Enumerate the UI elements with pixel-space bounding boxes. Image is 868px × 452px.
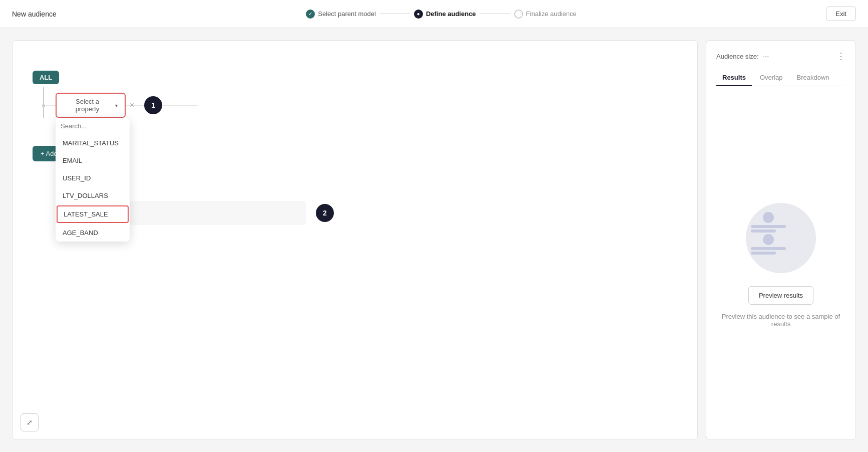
exit-button[interactable]: Exit	[826, 7, 856, 21]
dropdown-item-user-id[interactable]: USER_ID	[56, 169, 130, 187]
person-lines-1	[751, 225, 786, 233]
chevron-down-icon: ▾	[115, 103, 118, 108]
dropdown-item-marital-status[interactable]: MARITAL_STATUS	[56, 134, 130, 152]
select-property-button[interactable]: Select a property ▾	[56, 93, 126, 118]
dropdown-item-age-band[interactable]: AGE_BAND	[56, 224, 130, 242]
top-nav: New audience ✓ Select parent model ● Def…	[0, 0, 868, 28]
property-search-input[interactable]	[56, 118, 130, 134]
person-line-1b	[751, 230, 776, 233]
step-badge-2: 2	[316, 204, 334, 222]
step-badge-1: 1	[144, 96, 162, 114]
tab-overlap[interactable]: Overlap	[754, 70, 789, 86]
step-finalize: Finalize audience	[514, 10, 577, 19]
audience-size-label: Audience size: ---	[716, 53, 769, 60]
person-head-2	[763, 234, 774, 245]
step-define: ● Define audience	[414, 10, 476, 19]
expand-button[interactable]: ⤢	[21, 413, 39, 431]
results-tabs: Results Overlap Breakdown	[716, 70, 845, 86]
canvas-panel: ALL Select a property ▾ × 1	[12, 40, 698, 440]
tab-results[interactable]: Results	[716, 70, 752, 86]
dropdown-item-ltv-dollars[interactable]: LTV_DOLLARS	[56, 187, 130, 204]
tab-breakdown[interactable]: Breakdown	[791, 70, 835, 86]
stepper: ✓ Select parent model ● Define audience …	[306, 10, 577, 19]
preview-results-button[interactable]: Preview results	[748, 286, 813, 305]
person-head-1	[763, 212, 774, 223]
step-check-icon: ✓	[306, 10, 315, 19]
step-filled-icon: ●	[414, 10, 423, 19]
canvas-area: ALL Select a property ▾ × 1	[13, 41, 697, 439]
property-dropdown: MARITAL_STATUS EMAIL USER_ID LTV_DOLLARS…	[56, 118, 130, 242]
filter-row-1: Select a property ▾ × 1	[56, 93, 162, 118]
dropdown-item-latest-sale[interactable]: LATEST_SALE	[57, 205, 129, 223]
empty-illustration	[741, 198, 821, 278]
dropdown-item-email[interactable]: EMAIL	[56, 152, 130, 169]
illustration-person-2	[751, 234, 786, 255]
person-line-1a	[751, 225, 786, 228]
step-select-parent-label: Select parent model	[318, 10, 376, 18]
step-select-parent: ✓ Select parent model	[306, 10, 376, 19]
expand-icon: ⤢	[27, 418, 33, 426]
page-title: New audience	[12, 10, 57, 18]
person-line-2a	[751, 247, 786, 250]
step-empty-icon	[514, 10, 523, 19]
illustration-person-1	[751, 212, 786, 233]
audience-size-row: Audience size: --- ⋮	[716, 51, 845, 62]
preview-description: Preview this audience to see a sample of…	[716, 313, 845, 328]
close-filter-icon[interactable]: ×	[130, 101, 134, 110]
step-finalize-label: Finalize audience	[526, 10, 577, 18]
svg-point-2	[42, 104, 45, 107]
step-line-2	[480, 14, 510, 14]
main-content: ALL Select a property ▾ × 1	[0, 28, 868, 452]
person-lines-2	[751, 247, 786, 255]
person-line-2b	[751, 252, 776, 255]
step-line-1	[380, 14, 410, 14]
all-node: ALL	[33, 71, 59, 84]
results-panel: Audience size: --- ⋮ Results Overlap Bre…	[706, 40, 856, 440]
select-property-label: Select a property	[64, 98, 111, 113]
more-options-icon[interactable]: ⋮	[836, 51, 845, 62]
step-define-label: Define audience	[426, 10, 476, 18]
empty-state: Preview results Preview this audience to…	[716, 96, 845, 429]
